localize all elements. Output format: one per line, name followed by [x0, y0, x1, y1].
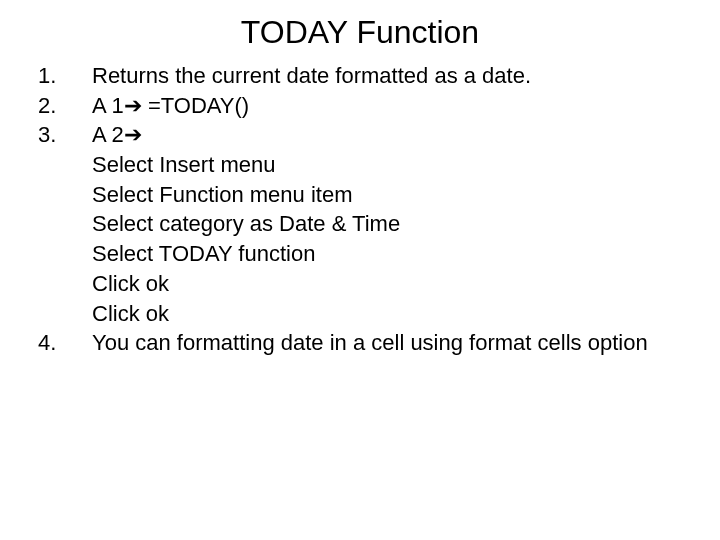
slide-body: 1. Returns the current date formatted as…	[0, 61, 720, 358]
list-number: 2.	[38, 91, 92, 121]
list-subitem: Click ok	[38, 299, 690, 329]
list-text: Select Function menu item	[92, 180, 690, 210]
list-text: Select Insert menu	[92, 150, 690, 180]
list-text: Select TODAY function	[92, 239, 690, 269]
list-subitem: Select category as Date & Time	[38, 209, 690, 239]
list-text: Click ok	[92, 299, 690, 329]
list-text: Select category as Date & Time	[92, 209, 690, 239]
list-text: A 2➔	[92, 120, 690, 150]
list-subitem: Select Insert menu	[38, 150, 690, 180]
list-number: 1.	[38, 61, 92, 91]
list-item: 2. A 1➔ =TODAY()	[38, 91, 690, 121]
list-number-empty	[38, 239, 92, 269]
list-item: 3. A 2➔	[38, 120, 690, 150]
list-subitem: Click ok	[38, 269, 690, 299]
list-subitem: Select TODAY function	[38, 239, 690, 269]
slide-title: TODAY Function	[0, 0, 720, 61]
list-text: Returns the current date formatted as a …	[92, 61, 690, 91]
list-number-empty	[38, 269, 92, 299]
list-text: You can formatting date in a cell using …	[92, 328, 690, 358]
list-number-empty	[38, 299, 92, 329]
list-item: 4. You can formatting date in a cell usi…	[38, 328, 690, 358]
list-number-empty	[38, 180, 92, 210]
list-item: 1. Returns the current date formatted as…	[38, 61, 690, 91]
slide: TODAY Function 1. Returns the current da…	[0, 0, 720, 540]
list-number: 4.	[38, 328, 92, 358]
list-number-empty	[38, 209, 92, 239]
list-text: Click ok	[92, 269, 690, 299]
list-subitem: Select Function menu item	[38, 180, 690, 210]
list-number: 3.	[38, 120, 92, 150]
list-number-empty	[38, 150, 92, 180]
list-text: A 1➔ =TODAY()	[92, 91, 690, 121]
